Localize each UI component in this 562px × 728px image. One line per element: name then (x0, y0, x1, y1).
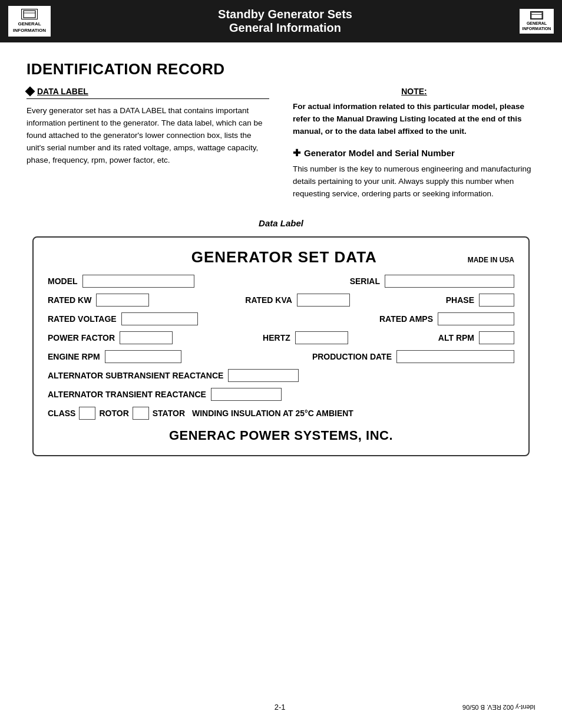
rated-kva-field-box (297, 294, 350, 307)
generac-footer: GENERAC POWER SYSTEMS, INC. (48, 428, 514, 443)
rated-kw-label: RATED KW (48, 295, 91, 305)
production-date-label: PRODUCTION DATE (312, 352, 392, 361)
power-factor-label: POWER FACTOR (48, 333, 115, 342)
model-field-box (82, 275, 194, 288)
data-label-section: Data Label GENERATOR SET DATA MADE IN US… (27, 218, 535, 456)
voltage-amps-row: RATED VOLTAGE RATED AMPS (48, 312, 514, 325)
page-footer: 2-1 Ident-y 002 REV. B 05/06 (0, 703, 562, 711)
gen-model-heading-text: Generator Model and Serial Number (304, 148, 455, 158)
class-field-box (79, 407, 95, 420)
hertz-label: HERTZ (263, 333, 290, 342)
rated-voltage-label: RATED VOLTAGE (48, 314, 117, 324)
rated-kw-field-box (96, 294, 149, 307)
rated-kva-label: RATED KVA (245, 295, 292, 305)
two-column-layout: DATA LABEL Every generator set has a DAT… (27, 87, 535, 200)
diamond-icon (25, 87, 35, 97)
header-title-line1: Standby Generator Sets (51, 8, 520, 21)
data-label-caption: Data Label (27, 218, 535, 228)
main-content: IDENTIFICATION RECORD DATA LABEL Every g… (0, 42, 562, 486)
rated-amps-label: RATED AMPS (379, 314, 433, 324)
model-label: MODEL (48, 276, 78, 286)
logo-right-line2: INFORMATION (523, 26, 551, 31)
stator-label: STATOR (153, 409, 185, 418)
alt-subtransient-field-box (228, 369, 299, 382)
class-label: CLASS (48, 409, 75, 418)
phase-field-box (479, 294, 514, 307)
data-label-box: GENERATOR SET DATA MADE IN USA MODEL SER… (32, 236, 530, 456)
logo-left-line1: GENERAL (18, 21, 41, 27)
gen-model-heading: ✚ Generator Model and Serial Number (293, 147, 535, 159)
logo-left: GENERAL INFORMATION (8, 6, 51, 37)
alt-transient-field-box (211, 388, 282, 401)
logo-right: GENERAL INFORMATION (520, 9, 554, 34)
revision-info: Ident-y 002 REV. B 05/06 (462, 704, 535, 711)
alt-rpm-label: ALT RPM (438, 333, 474, 342)
data-label-heading: DATA LABEL (27, 87, 269, 99)
rated-amps-field-box (438, 312, 514, 325)
power-factor-field-box (120, 331, 173, 344)
left-column: DATA LABEL Every generator set has a DAT… (27, 87, 269, 200)
model-serial-row: MODEL SERIAL (48, 275, 514, 288)
header-title: Standby Generator Sets General Informati… (51, 8, 520, 35)
made-in-usa: MADE IN USA (468, 256, 514, 264)
svg-rect-0 (24, 11, 35, 18)
data-label-body: Every generator set has a DATA LABEL tha… (27, 105, 269, 167)
winding-label: WINDING INSULATION AT 25°C AMBIENT (192, 409, 353, 418)
class-row: CLASS ROTOR STATOR WINDING INSULATION AT… (48, 407, 514, 420)
rated-voltage-field-box (121, 312, 198, 325)
note-label: NOTE: (293, 87, 535, 96)
alt-rpm-field-box (479, 331, 514, 344)
logo-left-icon (21, 9, 38, 19)
production-date-field-box (396, 350, 514, 363)
rated-kw-row: RATED KW RATED KVA PHASE (48, 294, 514, 307)
engine-rpm-label: ENGINE RPM (48, 352, 100, 361)
pf-hertz-altrpm-row: POWER FACTOR HERTZ ALT RPM (48, 331, 514, 344)
page-header: GENERAL INFORMATION Standby Generator Se… (0, 0, 562, 42)
alt-subtransient-label: ALTERNATOR SUBTRANSIENT REACTANCE (48, 371, 223, 380)
serial-field-box (385, 275, 514, 288)
rotor-label: ROTOR (99, 409, 128, 418)
alt-subtransient-row: ALTERNATOR SUBTRANSIENT REACTANCE (48, 369, 514, 382)
identification-record-title: IDENTIFICATION RECORD (27, 60, 535, 78)
svg-rect-2 (531, 12, 542, 18)
data-label-heading-text: DATA LABEL (37, 87, 88, 96)
logo-left-line2: INFORMATION (13, 28, 46, 34)
logo-right-line1: GENERAL (527, 21, 547, 26)
gen-set-data-title: GENERATOR SET DATA (107, 248, 462, 266)
serial-label: SERIAL (350, 276, 380, 286)
right-column: NOTE: For actual information related to … (293, 87, 535, 200)
header-title-line2: General Information (51, 21, 520, 35)
hertz-field-box (295, 331, 348, 344)
gen-set-data-header: GENERATOR SET DATA MADE IN USA (48, 248, 514, 266)
page-number: 2-1 (97, 703, 462, 711)
engine-rpm-proddate-row: ENGINE RPM PRODUCTION DATE (48, 350, 514, 363)
note-text: For actual information related to this p… (293, 101, 535, 138)
alt-transient-label: ALTERNATOR TRANSIENT REACTANCE (48, 390, 206, 399)
cross-icon: ✚ (293, 147, 300, 159)
rotor-field-box (133, 407, 149, 420)
gen-model-body: This number is the key to numerous engin… (293, 163, 535, 200)
engine-rpm-field-box (105, 350, 181, 363)
phase-label: PHASE (446, 295, 474, 305)
alt-transient-row: ALTERNATOR TRANSIENT REACTANCE (48, 388, 514, 401)
logo-right-icon (530, 11, 543, 19)
